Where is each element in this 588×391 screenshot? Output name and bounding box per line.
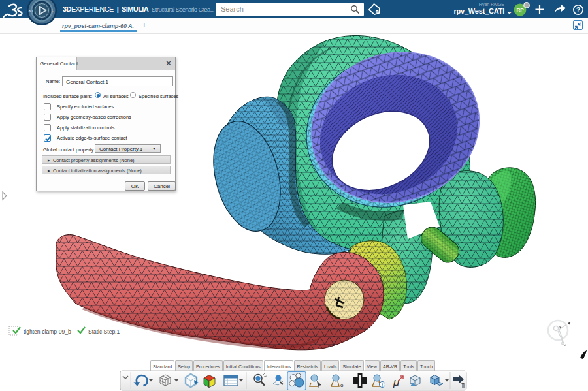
svg-text:i: i <box>382 383 383 388</box>
svg-text:RP: RP <box>516 7 524 13</box>
svg-text:?: ? <box>576 6 580 14</box>
svg-text:o: o <box>340 383 344 388</box>
svg-text:μ: μ <box>393 376 400 388</box>
svg-text:Static Step.1: Static Step.1 <box>88 328 120 335</box>
svg-text:3D: 3D <box>29 9 33 13</box>
svg-text:├: ├ <box>51 9 54 14</box>
svg-text:tighten-clamp-09_b: tighten-clamp-09_b <box>24 328 71 335</box>
